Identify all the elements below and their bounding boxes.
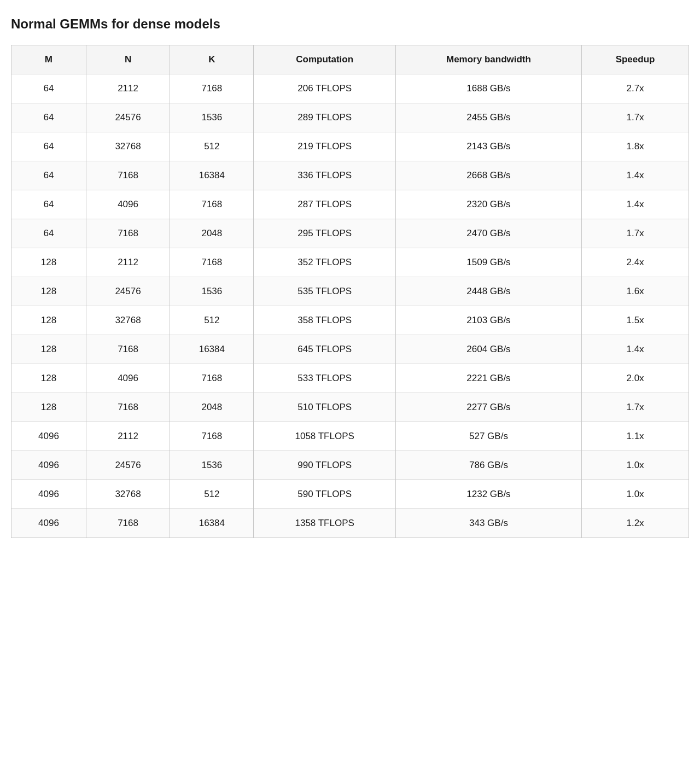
table-cell-n: 7168 (86, 509, 170, 538)
table-cell-m: 128 (11, 335, 86, 364)
table-row: 409632768512590 TFLOPS1232 GB/s1.0x (11, 480, 689, 509)
table-cell-m: 64 (11, 190, 86, 219)
table-cell-speedup: 1.7x (582, 103, 689, 132)
table-cell-k: 1536 (170, 451, 254, 480)
table-cell-computation: 352 TFLOPS (254, 248, 395, 277)
table-cell-m: 64 (11, 161, 86, 190)
table-cell-k: 1536 (170, 277, 254, 306)
table-cell-m: 4096 (11, 509, 86, 538)
table-cell-speedup: 1.4x (582, 161, 689, 190)
table-cell-m: 4096 (11, 480, 86, 509)
table-cell-n: 7168 (86, 161, 170, 190)
table-cell-computation: 358 TFLOPS (254, 306, 395, 335)
table-cell-k: 512 (170, 480, 254, 509)
table-cell-memory-bandwidth: 2143 GB/s (395, 132, 581, 161)
table-row: 12832768512358 TFLOPS2103 GB/s1.5x (11, 306, 689, 335)
gemm-table: MNKComputationMemory bandwidthSpeedup 64… (11, 45, 689, 538)
table-cell-n: 2112 (86, 422, 170, 451)
table-cell-memory-bandwidth: 786 GB/s (395, 451, 581, 480)
table-header-computation: Computation (254, 45, 395, 74)
table-cell-memory-bandwidth: 1688 GB/s (395, 74, 581, 103)
table-cell-n: 24576 (86, 103, 170, 132)
table-cell-k: 7168 (170, 190, 254, 219)
table-cell-k: 512 (170, 306, 254, 335)
table-cell-k: 2048 (170, 219, 254, 248)
table-cell-m: 128 (11, 248, 86, 277)
table-cell-memory-bandwidth: 2455 GB/s (395, 103, 581, 132)
table-header-memory-bandwidth: Memory bandwidth (395, 45, 581, 74)
table-cell-m: 128 (11, 393, 86, 422)
table-cell-speedup: 1.4x (582, 190, 689, 219)
table-header-n: N (86, 45, 170, 74)
table-cell-m: 64 (11, 132, 86, 161)
table-cell-speedup: 2.4x (582, 248, 689, 277)
table-cell-k: 1536 (170, 103, 254, 132)
table-cell-computation: 645 TFLOPS (254, 335, 395, 364)
table-cell-memory-bandwidth: 1509 GB/s (395, 248, 581, 277)
table-header-row: MNKComputationMemory bandwidthSpeedup (11, 45, 689, 74)
table-cell-n: 32768 (86, 480, 170, 509)
table-cell-n: 7168 (86, 393, 170, 422)
table-cell-computation: 206 TFLOPS (254, 74, 395, 103)
table-cell-memory-bandwidth: 1232 GB/s (395, 480, 581, 509)
table-cell-speedup: 1.0x (582, 451, 689, 480)
table-cell-computation: 1358 TFLOPS (254, 509, 395, 538)
table-cell-speedup: 1.1x (582, 422, 689, 451)
table-cell-memory-bandwidth: 2277 GB/s (395, 393, 581, 422)
table-row: 4096211271681058 TFLOPS527 GB/s1.1x (11, 422, 689, 451)
table-cell-n: 32768 (86, 132, 170, 161)
table-cell-computation: 219 TFLOPS (254, 132, 395, 161)
table-cell-computation: 510 TFLOPS (254, 393, 395, 422)
table-row: 128716816384645 TFLOPS2604 GB/s1.4x (11, 335, 689, 364)
table-cell-m: 4096 (11, 422, 86, 451)
table-cell-m: 64 (11, 103, 86, 132)
table-cell-computation: 336 TFLOPS (254, 161, 395, 190)
table-cell-memory-bandwidth: 2470 GB/s (395, 219, 581, 248)
table-cell-memory-bandwidth: 527 GB/s (395, 422, 581, 451)
table-row: 12821127168352 TFLOPS1509 GB/s2.4x (11, 248, 689, 277)
table-cell-n: 32768 (86, 306, 170, 335)
table-cell-m: 128 (11, 306, 86, 335)
table-cell-n: 2112 (86, 248, 170, 277)
table-cell-speedup: 1.8x (582, 132, 689, 161)
table-cell-m: 4096 (11, 451, 86, 480)
table-cell-k: 7168 (170, 364, 254, 393)
table-cell-speedup: 1.2x (582, 509, 689, 538)
table-row: 6440967168287 TFLOPS2320 GB/s1.4x (11, 190, 689, 219)
table-cell-speedup: 1.7x (582, 219, 689, 248)
table-cell-k: 7168 (170, 422, 254, 451)
table-header-k: K (170, 45, 254, 74)
table-row: 6421127168206 TFLOPS1688 GB/s2.7x (11, 74, 689, 103)
table-cell-m: 64 (11, 219, 86, 248)
table-cell-m: 128 (11, 277, 86, 306)
table-cell-memory-bandwidth: 343 GB/s (395, 509, 581, 538)
table-header-speedup: Speedup (582, 45, 689, 74)
table-cell-n: 4096 (86, 364, 170, 393)
table-cell-memory-bandwidth: 2221 GB/s (395, 364, 581, 393)
table-cell-computation: 590 TFLOPS (254, 480, 395, 509)
table-row: 6432768512219 TFLOPS2143 GB/s1.8x (11, 132, 689, 161)
table-row: 64245761536289 TFLOPS2455 GB/s1.7x (11, 103, 689, 132)
table-cell-k: 2048 (170, 393, 254, 422)
table-header-m: M (11, 45, 86, 74)
table-cell-k: 16384 (170, 161, 254, 190)
table-cell-memory-bandwidth: 2448 GB/s (395, 277, 581, 306)
table-cell-n: 24576 (86, 277, 170, 306)
table-cell-computation: 287 TFLOPS (254, 190, 395, 219)
table-cell-speedup: 1.6x (582, 277, 689, 306)
table-cell-k: 16384 (170, 335, 254, 364)
table-cell-n: 24576 (86, 451, 170, 480)
table-cell-computation: 535 TFLOPS (254, 277, 395, 306)
table-cell-memory-bandwidth: 2320 GB/s (395, 190, 581, 219)
table-cell-speedup: 2.7x (582, 74, 689, 103)
table-row: 6471682048295 TFLOPS2470 GB/s1.7x (11, 219, 689, 248)
table-row: 4096245761536990 TFLOPS786 GB/s1.0x (11, 451, 689, 480)
table-cell-n: 4096 (86, 190, 170, 219)
table-cell-computation: 289 TFLOPS (254, 103, 395, 132)
table-body: 6421127168206 TFLOPS1688 GB/s2.7x6424576… (11, 74, 689, 538)
table-cell-computation: 990 TFLOPS (254, 451, 395, 480)
table-row: 12840967168533 TFLOPS2221 GB/s2.0x (11, 364, 689, 393)
table-cell-k: 512 (170, 132, 254, 161)
table-cell-memory-bandwidth: 2103 GB/s (395, 306, 581, 335)
table-cell-speedup: 1.0x (582, 480, 689, 509)
